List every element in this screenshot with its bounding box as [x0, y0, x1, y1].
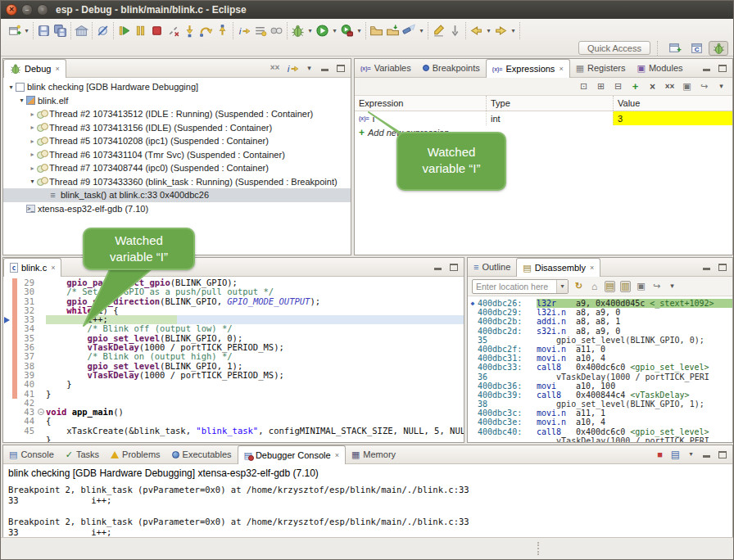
instruction-stepping-small-icon[interactable]: i — [285, 62, 299, 74]
disassembly-line[interactable]: 400dbc39:call80x400844c4 <vTaskDelay> — [468, 391, 732, 400]
breakpoint-margin[interactable] — [3, 371, 12, 380]
window-maximize-button[interactable]: ▫ — [37, 4, 48, 16]
debug-tree-item[interactable]: ▸Thread #2 1073413512 (IDLE : Running) (… — [3, 107, 351, 121]
show-view-icon[interactable] — [252, 23, 268, 38]
tab-outline[interactable]: ≡ Outline — [468, 258, 516, 276]
show-symbols-icon[interactable]: ▥ — [620, 281, 631, 292]
disassembly-line[interactable]: 400dbc3e:movi.na10, 4 — [468, 418, 732, 427]
back-icon[interactable] — [469, 23, 484, 38]
breakpoint-margin[interactable] — [3, 334, 12, 343]
save-icon[interactable] — [36, 23, 52, 38]
view-menu-icon[interactable]: ▾ — [667, 281, 677, 292]
chevron-down-icon[interactable]: ▾ — [485, 27, 492, 34]
minimize-icon[interactable] — [433, 261, 443, 273]
remove-expression-icon[interactable]: × — [647, 81, 658, 93]
disassembly-line[interactable]: 35 gpio_set_level(BLINK_GPIO, 0); — [468, 336, 732, 345]
expression-value-cell[interactable]: 3 — [613, 111, 732, 125]
code-line[interactable]: } — [3, 436, 464, 442]
instruction-stepping-icon[interactable]: i — [236, 23, 251, 38]
breakpoint-margin[interactable] — [3, 278, 12, 287]
debug-tree-item[interactable]: ▸Thread #6 1073431104 (Tmr Svc) (Suspend… — [3, 148, 351, 162]
breakpoint-margin[interactable] — [3, 362, 12, 371]
run-icon[interactable] — [315, 23, 330, 38]
chevron-down-icon[interactable]: ▾ — [356, 27, 363, 34]
open-folder-icon[interactable] — [369, 23, 384, 38]
breakpoint-margin[interactable] — [3, 315, 12, 324]
tab-breakpoints[interactable]: Breakpoints — [417, 59, 486, 77]
tab-variables[interactable]: (x)= Variables — [355, 59, 417, 77]
code-text[interactable]: xTaskCreate(&blink_task, "blink_task", c… — [46, 427, 464, 436]
code-line[interactable]: 40 } — [3, 380, 464, 389]
location-combo[interactable]: Enter location here ▾ — [472, 279, 569, 294]
minimize-icon[interactable] — [319, 62, 330, 74]
trace-icon[interactable] — [269, 23, 284, 38]
disassembly-listing[interactable]: ◆400dbc26:l32ra9, 0x400d045c <_stext+109… — [468, 298, 732, 442]
disassembly-line[interactable]: 400dbc31:movi.na10, 4 — [468, 354, 732, 363]
close-icon[interactable]: × — [51, 264, 55, 272]
chevron-down-icon[interactable]: ▾ — [23, 27, 30, 34]
disassembly-line[interactable]: vTaskDelay(1000 / portTICK_PERI — [468, 436, 732, 442]
debug-tree-item[interactable]: ▸Thread #5 1073410208 (ipc1) (Suspended … — [3, 134, 351, 148]
code-text[interactable]: } — [46, 390, 464, 399]
open-perspective-button[interactable] — [664, 41, 684, 56]
breakpoint-margin[interactable] — [3, 427, 12, 436]
minimize-icon[interactable] — [701, 261, 712, 273]
chevron-down-icon[interactable]: ▾ — [306, 27, 314, 34]
collapse-icon[interactable]: ▾ — [7, 84, 16, 91]
next-annotation-icon[interactable] — [447, 23, 463, 38]
breakpoint-margin[interactable] — [3, 390, 12, 399]
breakpoint-margin[interactable] — [3, 297, 12, 306]
step-return-icon[interactable] — [215, 23, 230, 38]
close-icon[interactable]: × — [335, 451, 339, 459]
tab-disassembly[interactable]: ▤ Disassembly × — [516, 258, 600, 277]
breakpoint-margin[interactable] — [3, 408, 12, 417]
expand-icon[interactable]: ▸ — [28, 165, 37, 172]
expression-row[interactable]: (x)=iint3 — [355, 111, 732, 125]
new-wizard-icon[interactable] — [7, 23, 22, 38]
fold-collapse-icon[interactable]: − — [38, 409, 44, 415]
last-edit-location-icon[interactable] — [431, 23, 446, 38]
tab-modules[interactable]: ▣ Modules — [632, 59, 689, 77]
tab-registers[interactable]: ▦ Registers — [570, 59, 632, 77]
disassembly-line[interactable]: 38 gpio_set_level(BLINK_GPIO, 1); — [468, 400, 732, 409]
debug-tree-item[interactable]: >_xtensa-esp32-elf-gdb (7.10) — [3, 202, 351, 216]
maximize-icon[interactable] — [717, 261, 727, 273]
build-icon[interactable] — [74, 23, 89, 38]
refresh-icon[interactable]: ↻ — [573, 281, 584, 292]
debug-icon[interactable] — [290, 23, 306, 38]
tab-memory[interactable]: ▦ Memory — [346, 445, 401, 463]
cpp-perspective-button[interactable]: C — [686, 41, 706, 56]
link-with-active-debug-context-icon[interactable]: ↪ — [651, 281, 662, 292]
remove-all-expressions-icon[interactable]: ×× — [664, 81, 675, 93]
code-text[interactable]: void app_main() — [46, 408, 464, 417]
disassembly-line[interactable]: ◆400dbc26:l32ra9, 0x400d045c <_stext+109… — [468, 299, 732, 308]
forward-icon[interactable] — [493, 23, 509, 38]
disassembly-line[interactable]: 400dbc33:call80x400dc6c0 <gpio_set_level… — [468, 363, 732, 372]
window-minimize-button[interactable]: – — [21, 4, 33, 16]
open-new-view-icon[interactable]: ▣ — [682, 81, 692, 93]
code-text[interactable]: } — [46, 380, 464, 389]
chevron-down-icon[interactable]: ▾ — [331, 27, 338, 34]
breakpoint-margin[interactable] — [3, 287, 12, 296]
view-menu-icon[interactable]: ▾ — [716, 81, 727, 93]
step-over-icon[interactable] — [198, 23, 214, 38]
search-icon[interactable] — [401, 23, 417, 38]
tab-blink-c[interactable]: c blink.c × — [3, 258, 61, 277]
collapse-icon[interactable]: ▾ — [17, 97, 26, 104]
chevron-down-icon[interactable]: ▾ — [556, 280, 568, 293]
add-expression-icon[interactable]: + — [630, 81, 641, 93]
remove-all-terminated-icon[interactable]: ×× — [270, 62, 280, 74]
tab-executables[interactable]: Executables — [166, 445, 238, 463]
debug-tree-item[interactable]: ▾Thread #9 1073433360 (blink_task : Runn… — [3, 175, 351, 189]
window-close-button[interactable]: ✕ — [6, 4, 17, 16]
breakpoint-margin[interactable] — [3, 324, 12, 333]
code-text[interactable]: while(1) { — [46, 306, 464, 315]
maximize-icon[interactable] — [717, 449, 727, 460]
code-line[interactable]: 43−void app_main() — [3, 408, 464, 417]
expand-icon[interactable]: ▸ — [28, 111, 37, 118]
link-with-debug-icon[interactable]: ↪ — [699, 81, 709, 93]
expand-icon[interactable]: ▸ — [28, 151, 37, 158]
console-output[interactable]: Breakpoint 2, blink_task (pvParameter=0x… — [3, 481, 732, 537]
disassembly-line[interactable]: 400dbc40:call80x400dc6c0 <gpio_set_level… — [468, 427, 732, 436]
breakpoint-margin[interactable] — [3, 380, 12, 389]
